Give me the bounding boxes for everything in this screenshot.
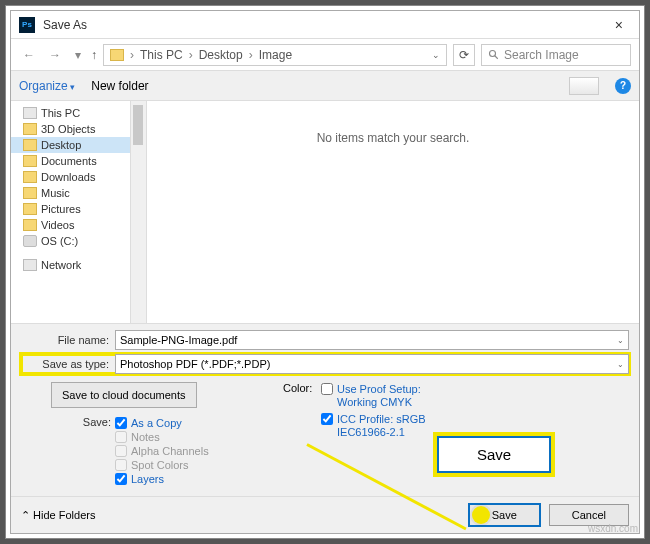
search-input[interactable]: Search Image	[481, 44, 631, 66]
file-name-input[interactable]: Sample-PNG-Image.pdf⌄	[115, 330, 629, 350]
tree-documents[interactable]: Documents	[11, 153, 130, 169]
icc-checkbox[interactable]	[321, 413, 333, 425]
close-icon[interactable]: ×	[607, 13, 631, 37]
save-cloud-button[interactable]: Save to cloud documents	[51, 382, 197, 408]
forward-icon[interactable]: →	[45, 48, 65, 62]
breadcrumb-image[interactable]: Image	[259, 48, 292, 62]
search-icon	[488, 49, 500, 61]
breadcrumb-pc[interactable]: This PC	[140, 48, 183, 62]
back-icon[interactable]: ←	[19, 48, 39, 62]
svg-point-0	[490, 50, 496, 56]
alpha-checkbox	[115, 445, 127, 457]
file-list: No items match your search.	[147, 101, 639, 323]
save-as-dialog: Ps Save As × ← → ▾ ↑ This PC Desktop Ima…	[10, 10, 640, 534]
svg-line-1	[495, 55, 498, 58]
as-copy-checkbox[interactable]	[115, 417, 127, 429]
tree-network[interactable]: Network	[11, 257, 130, 273]
tree-desktop[interactable]: Desktop	[11, 137, 130, 153]
titlebar: Ps Save As ×	[11, 11, 639, 39]
app-icon: Ps	[19, 17, 35, 33]
empty-message: No items match your search.	[317, 131, 470, 145]
folder-tree: This PC 3D Objects Desktop Documents Dow…	[11, 101, 131, 323]
breadcrumb-desktop[interactable]: Desktop	[199, 48, 243, 62]
breadcrumb-dropdown-icon[interactable]: ⌄	[432, 50, 440, 60]
help-icon[interactable]: ?	[615, 78, 631, 94]
view-options-icon[interactable]	[569, 77, 599, 95]
hide-folders-button[interactable]: Hide Folders	[21, 509, 95, 522]
save-options-label: Save:	[51, 416, 111, 486]
window-title: Save As	[43, 18, 607, 32]
spot-checkbox	[115, 459, 127, 471]
callout-dot	[472, 506, 490, 524]
proof-checkbox[interactable]	[321, 383, 333, 395]
navbar: ← → ▾ ↑ This PC Desktop Image ⌄ ⟳ Search…	[11, 39, 639, 71]
options-panel: File name: Sample-PNG-Image.pdf⌄ Save as…	[11, 323, 639, 496]
recent-dropdown-icon[interactable]: ▾	[71, 48, 85, 62]
save-button-highlighted[interactable]: Save	[437, 436, 551, 473]
tree-music[interactable]: Music	[11, 185, 130, 201]
save-highlight: Save	[433, 432, 555, 477]
save-button[interactable]: Save	[468, 503, 541, 527]
layers-checkbox[interactable]	[115, 473, 127, 485]
tree-3d-objects[interactable]: 3D Objects	[11, 121, 130, 137]
color-label: Color:	[283, 382, 312, 394]
tree-videos[interactable]: Videos	[11, 217, 130, 233]
save-type-select[interactable]: Photoshop PDF (*.PDF;*.PDP)⌄	[115, 354, 629, 374]
new-folder-button[interactable]: New folder	[91, 79, 148, 93]
tree-pictures[interactable]: Pictures	[11, 201, 130, 217]
save-type-label: Save as type:	[21, 358, 109, 370]
tree-scrollbar[interactable]	[131, 101, 147, 323]
folder-icon	[110, 49, 124, 61]
tree-downloads[interactable]: Downloads	[11, 169, 130, 185]
refresh-icon[interactable]: ⟳	[453, 44, 475, 66]
search-placeholder: Search Image	[504, 48, 579, 62]
tree-os-c[interactable]: OS (C:)	[11, 233, 130, 249]
watermark: wsxdn.com	[588, 523, 638, 534]
notes-checkbox	[115, 431, 127, 443]
tree-this-pc[interactable]: This PC	[11, 105, 130, 121]
footer: Hide Folders Save Cancel	[11, 496, 639, 533]
toolbar: Organize New folder ?	[11, 71, 639, 101]
file-name-label: File name:	[21, 334, 109, 346]
up-icon[interactable]: ↑	[91, 48, 97, 62]
breadcrumb[interactable]: This PC Desktop Image ⌄	[103, 44, 447, 66]
organize-menu[interactable]: Organize	[19, 79, 75, 93]
